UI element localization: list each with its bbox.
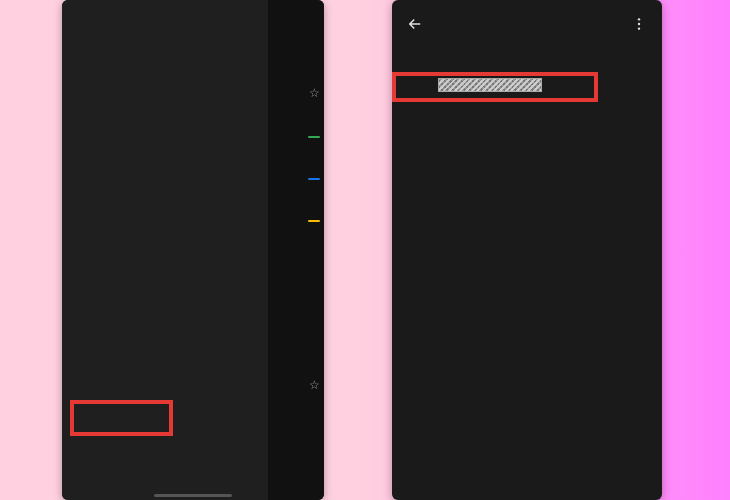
inbox-peek-strip: ☆ ☆: [268, 0, 324, 500]
svg-point-1: [638, 23, 640, 25]
new-badge-blue: [308, 178, 320, 180]
app-bar: [392, 0, 662, 48]
star-icon: ☆: [309, 86, 320, 100]
callout-box-4: [392, 72, 598, 102]
settings-add-account[interactable]: [392, 102, 662, 122]
back-icon[interactable]: [406, 15, 424, 33]
svg-point-2: [638, 27, 640, 29]
home-indicator: [154, 494, 232, 497]
new-badge-green: [308, 136, 320, 138]
star-icon: ☆: [309, 378, 320, 392]
settings-general[interactable]: [392, 48, 662, 68]
svg-point-0: [638, 18, 640, 20]
callout-box-3: [70, 400, 173, 436]
new-badge-orange: [308, 220, 320, 222]
more-icon[interactable]: [630, 15, 648, 33]
section-google-apps: [62, 0, 268, 14]
